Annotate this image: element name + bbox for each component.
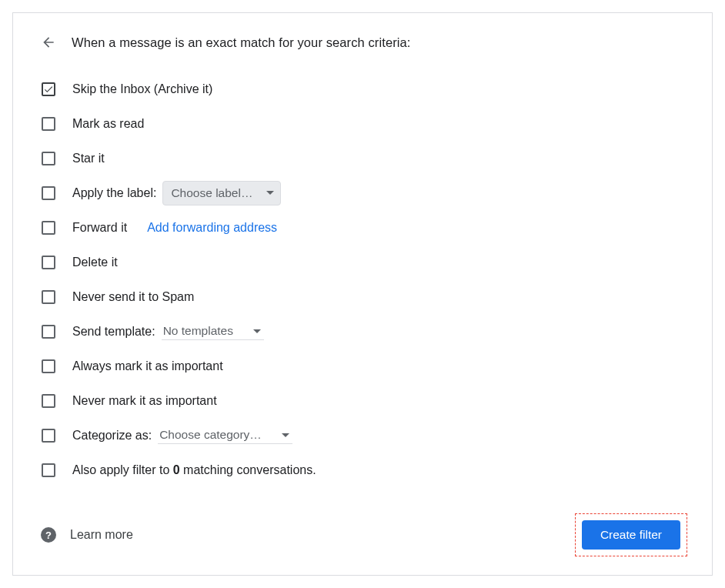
checkbox-also-apply[interactable]: [42, 463, 55, 477]
create-filter-button[interactable]: Create filter: [582, 520, 680, 550]
select-apply-label-value: Choose label…: [171, 186, 252, 200]
label-forward-it-text: Forward it: [72, 221, 127, 235]
checkbox-always-important[interactable]: [42, 359, 55, 373]
label-skip-inbox: Skip the Inbox (Archive it): [72, 82, 687, 96]
dialog-title: When a message is an exact match for you…: [72, 35, 410, 50]
link-learn-more[interactable]: Learn more: [70, 528, 133, 542]
option-mark-read: Mark as read: [41, 106, 687, 141]
label-apply-label: Apply the label: Choose label…: [72, 181, 687, 205]
label-apply-label-text: Apply the label:: [72, 186, 156, 200]
label-also-apply: Also apply filter to 0 matching conversa…: [72, 463, 687, 477]
footer-left: ? Learn more: [41, 527, 133, 543]
checkbox-star-it[interactable]: [42, 152, 55, 165]
checkbox-never-important[interactable]: [42, 394, 55, 408]
checkbox-categorize[interactable]: [42, 429, 55, 443]
help-icon[interactable]: ?: [41, 527, 56, 543]
option-star-it: Star it: [41, 141, 687, 175]
label-never-important: Never mark it as important: [72, 394, 687, 408]
back-arrow-icon[interactable]: [41, 35, 56, 50]
dialog-header: When a message is an exact match for you…: [41, 35, 687, 50]
create-filter-highlight: Create filter: [575, 513, 687, 556]
select-categorize[interactable]: Choose category…: [158, 426, 292, 444]
option-never-important: Never mark it as important: [41, 383, 687, 418]
option-apply-label: Apply the label: Choose label…: [41, 175, 687, 210]
filter-actions-dialog: When a message is an exact match for you…: [12, 12, 713, 576]
option-send-template: Send template: No templates: [41, 314, 687, 349]
select-send-template-value: No templates: [163, 324, 233, 338]
option-categorize: Categorize as: Choose category…: [41, 418, 687, 453]
select-send-template[interactable]: No templates: [162, 322, 264, 340]
select-categorize-value: Choose category…: [159, 428, 262, 442]
option-forward-it: Forward it Add forwarding address: [41, 210, 687, 245]
dropdown-icon: [266, 191, 274, 195]
label-star-it: Star it: [72, 152, 687, 165]
dropdown-icon: [253, 329, 261, 333]
checkbox-mark-read[interactable]: [42, 117, 55, 131]
option-never-spam: Never send it to Spam: [41, 279, 687, 314]
label-mark-read: Mark as read: [72, 117, 687, 131]
dialog-footer: ? Learn more Create filter: [41, 496, 687, 556]
link-add-forwarding-address[interactable]: Add forwarding address: [147, 221, 277, 235]
checkbox-forward-it[interactable]: [42, 221, 55, 235]
also-apply-prefix: Also apply filter to: [72, 463, 173, 476]
dropdown-icon: [282, 433, 289, 437]
filter-options-list: Skip the Inbox (Archive it) Mark as read…: [41, 72, 687, 487]
label-categorize-text: Categorize as:: [72, 429, 152, 443]
checkbox-send-template[interactable]: [42, 325, 55, 339]
label-send-template: Send template: No templates: [72, 322, 687, 340]
also-apply-count: 0: [173, 463, 180, 476]
label-categorize: Categorize as: Choose category…: [72, 426, 687, 444]
option-skip-inbox: Skip the Inbox (Archive it): [41, 72, 687, 106]
checkbox-apply-label[interactable]: [42, 186, 55, 200]
checkbox-never-spam[interactable]: [42, 290, 55, 304]
select-apply-label[interactable]: Choose label…: [162, 181, 281, 205]
option-delete-it: Delete it: [41, 245, 687, 279]
label-always-important: Always mark it as important: [72, 359, 687, 373]
label-delete-it: Delete it: [72, 256, 687, 269]
checkbox-delete-it[interactable]: [42, 256, 55, 269]
label-never-spam: Never send it to Spam: [72, 290, 687, 304]
checkbox-skip-inbox[interactable]: [42, 82, 55, 96]
also-apply-suffix: matching conversations.: [180, 463, 316, 476]
option-also-apply: Also apply filter to 0 matching conversa…: [41, 453, 687, 487]
option-always-important: Always mark it as important: [41, 349, 687, 383]
label-forward-it: Forward it Add forwarding address: [72, 221, 687, 235]
label-send-template-text: Send template:: [72, 325, 155, 339]
